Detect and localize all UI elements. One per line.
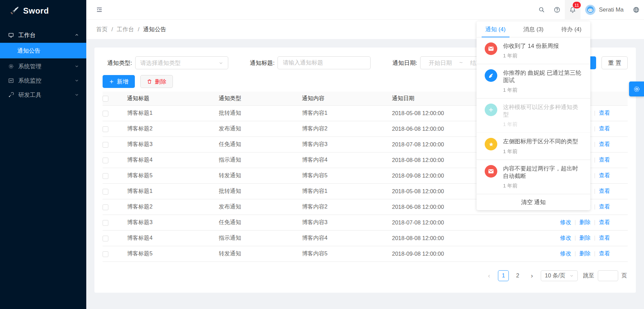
view-link[interactable]: 查看 — [599, 125, 610, 131]
row-checkbox[interactable] — [103, 142, 108, 148]
row-checkbox[interactable] — [103, 158, 108, 163]
table-row: 博客标题4指示通知博客内容42018-08-08 12:00:00 修改|删除|… — [103, 230, 628, 246]
sidebar-item-workbench[interactable]: 工作台 — [0, 28, 86, 42]
clear-notifications-button[interactable]: 清空 通知 — [477, 194, 590, 210]
sidebar: Sword 工作台 通知公告 系统管理 — [0, 0, 86, 309]
notification-item[interactable]: 你收到了 14 份新周报 1 年前 — [477, 37, 590, 64]
notification-item[interactable]: 内容不要超过两行字，超出时自动截断 1 年前 — [477, 160, 590, 194]
notification-time: 1 年前 — [503, 148, 578, 155]
sidebar-item-label: 系统监控 — [18, 77, 75, 85]
sidebar-item-label: 系统管理 — [18, 62, 75, 70]
view-link[interactable]: 查看 — [599, 110, 610, 116]
delete-button[interactable]: 删除 — [140, 75, 173, 88]
tab-todos[interactable]: 待办 (4) — [552, 21, 590, 37]
notification-title: 左侧图标用于区分不同的类型 — [503, 138, 578, 145]
notification-tabs: 通知 (4) 消息 (3) 待办 (4) — [477, 21, 590, 37]
notification-title: 你收到了 14 份新周报 — [503, 42, 559, 50]
gear-icon — [8, 63, 14, 69]
delete-button-label: 删除 — [155, 78, 166, 86]
pagination-prev[interactable]: ‹ — [484, 270, 495, 281]
pagination-page-2[interactable]: 2 — [512, 270, 523, 281]
sidebar-item-system-management[interactable]: 系统管理 — [0, 59, 86, 73]
add-button[interactable]: 新增 — [103, 75, 135, 88]
settings-gear-button[interactable] — [629, 81, 644, 96]
row-checkbox[interactable] — [103, 173, 108, 179]
sword-logo-icon — [9, 6, 19, 16]
notification-time: 1 年前 — [503, 121, 582, 128]
breadcrumb-separator: / — [138, 26, 140, 33]
search-icon[interactable] — [534, 0, 549, 19]
header-actions: 11 Serati Ma — [534, 0, 644, 19]
edit-link[interactable]: 修改 — [560, 219, 571, 225]
sidebar-item-dev-tools[interactable]: 研发工具 — [0, 88, 86, 102]
tab-messages[interactable]: 消息 (3) — [515, 21, 553, 37]
row-checkbox[interactable] — [103, 204, 108, 210]
range-separator: ~ — [459, 59, 463, 66]
edit-link[interactable]: 修改 — [560, 235, 571, 241]
plus-icon — [109, 79, 114, 84]
select-all-checkbox[interactable] — [103, 96, 108, 102]
notification-item[interactable]: 这种模板可以区分多种通知类型 1 年前 — [477, 98, 590, 133]
chevron-down-icon — [219, 61, 223, 65]
monitor-chart-icon — [8, 78, 14, 84]
page-size-select[interactable]: 10 条/页 — [541, 270, 578, 281]
col-content: 通知内容 — [302, 92, 392, 105]
chevron-down-icon — [570, 274, 574, 278]
notification-item[interactable]: 左侧图标用于区分不同的类型 1 年前 — [477, 133, 590, 160]
tab-notifications[interactable]: 通知 (4) — [477, 21, 515, 37]
col-type: 通知类型 — [219, 92, 302, 105]
breadcrumb-home[interactable]: 首页 — [96, 25, 108, 33]
sidebar-item-system-monitor[interactable]: 系统监控 — [0, 73, 86, 88]
notice-type-select[interactable]: 请选择通知类型 — [135, 56, 228, 69]
delete-link[interactable]: 删除 — [579, 250, 591, 256]
delete-link[interactable]: 删除 — [579, 235, 591, 241]
page-size-value: 10 条/页 — [545, 272, 566, 279]
view-link[interactable]: 查看 — [599, 157, 610, 163]
view-link[interactable]: 查看 — [599, 235, 610, 241]
app-title: Sword — [23, 6, 49, 16]
chevron-down-icon — [75, 93, 79, 97]
row-checkbox[interactable] — [103, 220, 108, 226]
view-link[interactable]: 查看 — [599, 172, 610, 178]
reset-button[interactable]: 重 置 — [602, 56, 628, 69]
mail-icon — [485, 42, 497, 55]
notification-title: 你推荐的 曲妮妮 已通过第三轮面试 — [503, 69, 582, 84]
row-checkbox[interactable] — [103, 236, 108, 241]
wrench-icon — [8, 92, 14, 98]
top-header: 11 Serati Ma — [86, 0, 644, 20]
edit-link[interactable]: 修改 — [560, 250, 571, 256]
view-link[interactable]: 查看 — [599, 219, 610, 225]
view-link[interactable]: 查看 — [599, 188, 610, 194]
sidebar-item-label: 通知公告 — [17, 47, 40, 55]
pagination-page-1[interactable]: 1 — [498, 270, 509, 281]
star-icon — [485, 138, 497, 150]
view-link[interactable]: 查看 — [599, 250, 610, 256]
help-icon[interactable] — [549, 0, 565, 19]
logo[interactable]: Sword — [0, 0, 86, 22]
menu-fold-icon[interactable] — [94, 5, 104, 15]
view-link[interactable]: 查看 — [599, 203, 610, 210]
notifications-bell[interactable]: 11 — [565, 0, 580, 19]
notification-list: 你收到了 14 份新周报 1 年前 你推荐的 曲妮妮 已通过第三轮面试 1 年前… — [477, 37, 590, 194]
mail-icon — [485, 165, 497, 178]
page-unit-label: 页 — [622, 272, 627, 279]
notice-title-input[interactable] — [278, 56, 371, 69]
view-link[interactable]: 查看 — [599, 141, 610, 147]
page-jump-input[interactable] — [598, 270, 618, 281]
notice-title-label: 通知标题: — [250, 59, 275, 67]
breadcrumb-workbench[interactable]: 工作台 — [117, 25, 134, 33]
pagination-next[interactable]: › — [526, 270, 537, 281]
row-checkbox[interactable] — [103, 251, 108, 257]
notice-date-label: 通知日期: — [392, 59, 417, 67]
row-checkbox[interactable] — [103, 111, 108, 116]
sidebar-item-notice[interactable]: 通知公告 — [0, 43, 86, 58]
row-checkbox[interactable] — [103, 189, 108, 195]
sidebar-menu: 工作台 通知公告 系统管理 系统监控 — [0, 22, 86, 102]
avatar — [585, 5, 595, 15]
notification-item[interactable]: 你推荐的 曲妮妮 已通过第三轮面试 1 年前 — [477, 64, 590, 98]
delete-link[interactable]: 删除 — [579, 219, 591, 225]
sidebar-item-label: 研发工具 — [18, 91, 75, 99]
language-globe-icon[interactable] — [628, 0, 644, 19]
user-menu[interactable]: Serati Ma — [580, 0, 628, 19]
row-checkbox[interactable] — [103, 126, 108, 132]
